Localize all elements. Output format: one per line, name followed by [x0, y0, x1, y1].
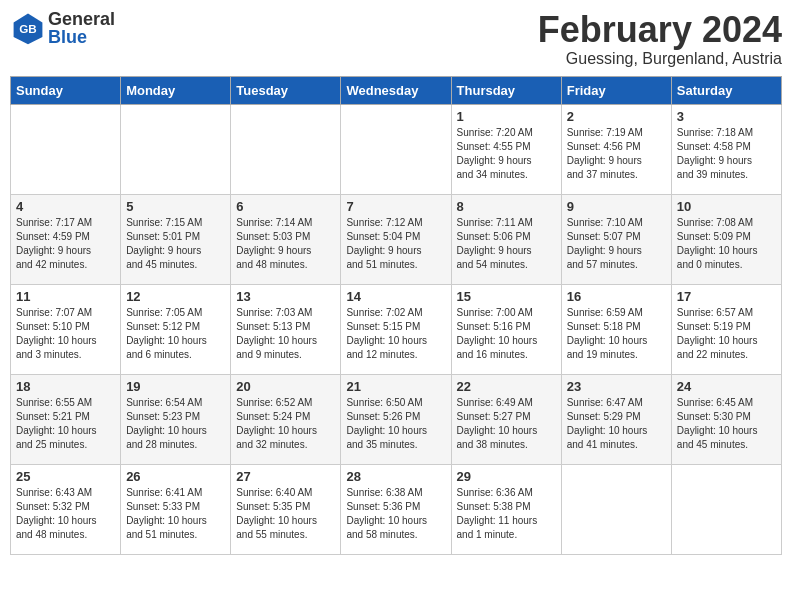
day-info: Sunrise: 6:41 AMSunset: 5:33 PMDaylight:… [126, 486, 225, 542]
day-info: Sunrise: 7:20 AMSunset: 4:55 PMDaylight:… [457, 126, 556, 182]
weekday-header-tuesday: Tuesday [231, 76, 341, 104]
svg-text:GB: GB [19, 22, 37, 35]
calendar-cell: 14Sunrise: 7:02 AMSunset: 5:15 PMDayligh… [341, 284, 451, 374]
calendar-cell: 3Sunrise: 7:18 AMSunset: 4:58 PMDaylight… [671, 104, 781, 194]
day-info: Sunrise: 7:10 AMSunset: 5:07 PMDaylight:… [567, 216, 666, 272]
day-number: 2 [567, 109, 666, 124]
day-number: 17 [677, 289, 776, 304]
day-info: Sunrise: 6:50 AMSunset: 5:26 PMDaylight:… [346, 396, 445, 452]
calendar-week-row: 4Sunrise: 7:17 AMSunset: 4:59 PMDaylight… [11, 194, 782, 284]
calendar-cell: 26Sunrise: 6:41 AMSunset: 5:33 PMDayligh… [121, 464, 231, 554]
calendar-cell: 13Sunrise: 7:03 AMSunset: 5:13 PMDayligh… [231, 284, 341, 374]
calendar-cell: 22Sunrise: 6:49 AMSunset: 5:27 PMDayligh… [451, 374, 561, 464]
day-info: Sunrise: 7:05 AMSunset: 5:12 PMDaylight:… [126, 306, 225, 362]
calendar-table: SundayMondayTuesdayWednesdayThursdayFrid… [10, 76, 782, 555]
day-info: Sunrise: 7:03 AMSunset: 5:13 PMDaylight:… [236, 306, 335, 362]
calendar-cell: 1Sunrise: 7:20 AMSunset: 4:55 PMDaylight… [451, 104, 561, 194]
logo-icon: GB [10, 10, 46, 46]
day-number: 10 [677, 199, 776, 214]
calendar-cell: 4Sunrise: 7:17 AMSunset: 4:59 PMDaylight… [11, 194, 121, 284]
day-number: 8 [457, 199, 556, 214]
logo-text: General Blue [48, 10, 115, 46]
day-info: Sunrise: 7:12 AMSunset: 5:04 PMDaylight:… [346, 216, 445, 272]
day-number: 5 [126, 199, 225, 214]
calendar-cell [11, 104, 121, 194]
weekday-header-wednesday: Wednesday [341, 76, 451, 104]
day-info: Sunrise: 6:57 AMSunset: 5:19 PMDaylight:… [677, 306, 776, 362]
day-number: 23 [567, 379, 666, 394]
calendar-cell: 19Sunrise: 6:54 AMSunset: 5:23 PMDayligh… [121, 374, 231, 464]
day-number: 4 [16, 199, 115, 214]
day-number: 26 [126, 469, 225, 484]
day-info: Sunrise: 7:02 AMSunset: 5:15 PMDaylight:… [346, 306, 445, 362]
month-title: February 2024 [538, 10, 782, 50]
calendar-cell: 21Sunrise: 6:50 AMSunset: 5:26 PMDayligh… [341, 374, 451, 464]
day-number: 16 [567, 289, 666, 304]
weekday-header-friday: Friday [561, 76, 671, 104]
calendar-cell: 7Sunrise: 7:12 AMSunset: 5:04 PMDaylight… [341, 194, 451, 284]
calendar-cell [561, 464, 671, 554]
day-info: Sunrise: 6:36 AMSunset: 5:38 PMDaylight:… [457, 486, 556, 542]
calendar-week-row: 25Sunrise: 6:43 AMSunset: 5:32 PMDayligh… [11, 464, 782, 554]
title-area: February 2024 Guessing, Burgenland, Aust… [538, 10, 782, 68]
weekday-header-saturday: Saturday [671, 76, 781, 104]
page-header: GB General Blue February 2024 Guessing, … [10, 10, 782, 68]
day-info: Sunrise: 6:43 AMSunset: 5:32 PMDaylight:… [16, 486, 115, 542]
day-info: Sunrise: 6:40 AMSunset: 5:35 PMDaylight:… [236, 486, 335, 542]
day-info: Sunrise: 6:45 AMSunset: 5:30 PMDaylight:… [677, 396, 776, 452]
day-number: 12 [126, 289, 225, 304]
day-number: 27 [236, 469, 335, 484]
calendar-cell: 23Sunrise: 6:47 AMSunset: 5:29 PMDayligh… [561, 374, 671, 464]
calendar-cell: 12Sunrise: 7:05 AMSunset: 5:12 PMDayligh… [121, 284, 231, 374]
calendar-week-row: 18Sunrise: 6:55 AMSunset: 5:21 PMDayligh… [11, 374, 782, 464]
day-info: Sunrise: 7:14 AMSunset: 5:03 PMDaylight:… [236, 216, 335, 272]
day-info: Sunrise: 7:19 AMSunset: 4:56 PMDaylight:… [567, 126, 666, 182]
calendar-cell: 28Sunrise: 6:38 AMSunset: 5:36 PMDayligh… [341, 464, 451, 554]
calendar-week-row: 1Sunrise: 7:20 AMSunset: 4:55 PMDaylight… [11, 104, 782, 194]
calendar-cell: 16Sunrise: 6:59 AMSunset: 5:18 PMDayligh… [561, 284, 671, 374]
calendar-cell: 18Sunrise: 6:55 AMSunset: 5:21 PMDayligh… [11, 374, 121, 464]
day-number: 24 [677, 379, 776, 394]
calendar-cell: 8Sunrise: 7:11 AMSunset: 5:06 PMDaylight… [451, 194, 561, 284]
logo-blue: Blue [48, 28, 115, 46]
weekday-header-monday: Monday [121, 76, 231, 104]
day-number: 6 [236, 199, 335, 214]
day-info: Sunrise: 6:59 AMSunset: 5:18 PMDaylight:… [567, 306, 666, 362]
calendar-cell: 9Sunrise: 7:10 AMSunset: 5:07 PMDaylight… [561, 194, 671, 284]
weekday-header-thursday: Thursday [451, 76, 561, 104]
day-info: Sunrise: 6:49 AMSunset: 5:27 PMDaylight:… [457, 396, 556, 452]
weekday-header-row: SundayMondayTuesdayWednesdayThursdayFrid… [11, 76, 782, 104]
calendar-cell: 20Sunrise: 6:52 AMSunset: 5:24 PMDayligh… [231, 374, 341, 464]
calendar-cell: 6Sunrise: 7:14 AMSunset: 5:03 PMDaylight… [231, 194, 341, 284]
calendar-cell: 27Sunrise: 6:40 AMSunset: 5:35 PMDayligh… [231, 464, 341, 554]
day-number: 22 [457, 379, 556, 394]
day-number: 29 [457, 469, 556, 484]
location-title: Guessing, Burgenland, Austria [538, 50, 782, 68]
calendar-week-row: 11Sunrise: 7:07 AMSunset: 5:10 PMDayligh… [11, 284, 782, 374]
day-info: Sunrise: 7:11 AMSunset: 5:06 PMDaylight:… [457, 216, 556, 272]
day-info: Sunrise: 6:52 AMSunset: 5:24 PMDaylight:… [236, 396, 335, 452]
calendar-cell [121, 104, 231, 194]
calendar-cell: 5Sunrise: 7:15 AMSunset: 5:01 PMDaylight… [121, 194, 231, 284]
day-info: Sunrise: 6:38 AMSunset: 5:36 PMDaylight:… [346, 486, 445, 542]
calendar-cell: 24Sunrise: 6:45 AMSunset: 5:30 PMDayligh… [671, 374, 781, 464]
calendar-cell: 15Sunrise: 7:00 AMSunset: 5:16 PMDayligh… [451, 284, 561, 374]
day-info: Sunrise: 6:54 AMSunset: 5:23 PMDaylight:… [126, 396, 225, 452]
day-info: Sunrise: 7:00 AMSunset: 5:16 PMDaylight:… [457, 306, 556, 362]
logo: GB General Blue [10, 10, 115, 46]
calendar-cell [231, 104, 341, 194]
day-info: Sunrise: 7:15 AMSunset: 5:01 PMDaylight:… [126, 216, 225, 272]
calendar-cell: 11Sunrise: 7:07 AMSunset: 5:10 PMDayligh… [11, 284, 121, 374]
day-number: 18 [16, 379, 115, 394]
calendar-cell [671, 464, 781, 554]
day-info: Sunrise: 7:08 AMSunset: 5:09 PMDaylight:… [677, 216, 776, 272]
calendar-cell: 2Sunrise: 7:19 AMSunset: 4:56 PMDaylight… [561, 104, 671, 194]
day-info: Sunrise: 7:17 AMSunset: 4:59 PMDaylight:… [16, 216, 115, 272]
day-number: 14 [346, 289, 445, 304]
day-number: 15 [457, 289, 556, 304]
calendar-cell [341, 104, 451, 194]
day-number: 20 [236, 379, 335, 394]
logo-general: General [48, 10, 115, 28]
day-number: 13 [236, 289, 335, 304]
day-info: Sunrise: 6:55 AMSunset: 5:21 PMDaylight:… [16, 396, 115, 452]
